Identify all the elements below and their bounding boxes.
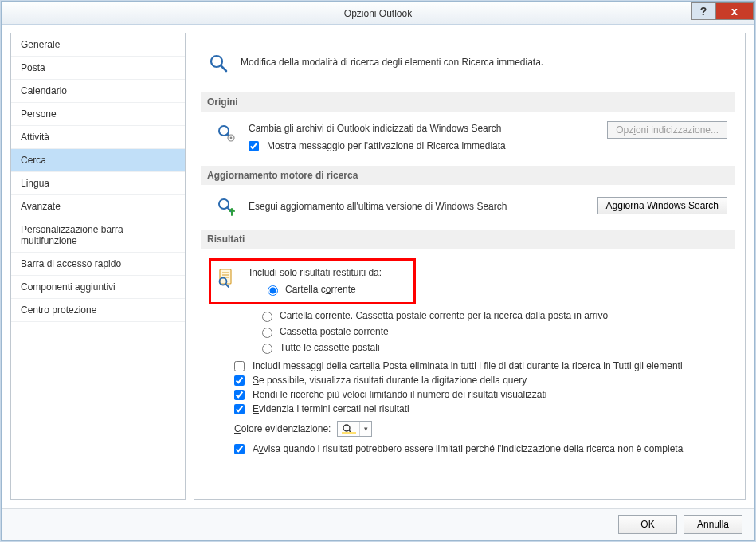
radio-current-folder[interactable]: Cartella corrente [264, 281, 407, 297]
sidebar-item-componenti-aggiuntivi[interactable]: Componenti aggiuntivi [11, 276, 185, 299]
svg-point-5 [230, 137, 233, 139]
svg-rect-16 [342, 432, 356, 434]
intro-row: Modifica della modalità di ricerca degli… [201, 40, 735, 88]
sidebar-item-generale[interactable]: Generale [11, 33, 185, 57]
chevron-down-icon: ▾ [360, 422, 371, 436]
sidebar-item-attività[interactable]: Attività [11, 126, 185, 149]
search-update-icon [215, 194, 237, 217]
sidebar: GeneralePostaCalendarioPersoneAttivitàCe… [10, 33, 186, 500]
sidebar-item-cerca[interactable]: Cerca [11, 149, 185, 172]
sidebar-item-avanzate[interactable]: Avanzate [11, 195, 185, 218]
indexing-options-button[interactable]: Opzioni indicizzazione... [607, 121, 727, 139]
svg-rect-8 [220, 269, 231, 284]
svg-point-14 [343, 425, 350, 431]
sidebar-item-persone[interactable]: Persone [11, 103, 185, 126]
highlight-color-swatch-icon [338, 422, 360, 436]
intro-text: Modifica della modalità di ricerca degli… [241, 57, 543, 68]
sidebar-item-calendario[interactable]: Calendario [11, 80, 185, 103]
radio-all-mailboxes[interactable]: Tutte le cassette postali [258, 340, 727, 355]
cancel-button[interactable]: Annulla [684, 515, 742, 534]
section-risultati: Includi solo risultati restituiti da: Ca… [201, 255, 735, 464]
sidebar-item-personalizzazione-barra-multifunzione[interactable]: Personalizzazione barra multifunzione [11, 218, 185, 253]
close-button[interactable]: x [715, 2, 754, 20]
results-check-2[interactable]: Rendi le ricerche più veloci limitando i… [234, 387, 727, 402]
search-icon [207, 51, 229, 73]
radio-current-folder-inbox[interactable]: Cartella corrente. Cassetta postale corr… [258, 308, 727, 324]
radio-current-mailbox[interactable]: Cassetta postale corrente [258, 324, 727, 340]
help-button[interactable]: ? [691, 2, 715, 20]
dialog-footer: OK Annulla [2, 508, 754, 540]
section-header-origini: Origini [201, 92, 735, 112]
section-header-risultati: Risultati [201, 230, 735, 249]
agg-line: Esegui aggiornamento all'ultima versione… [249, 201, 507, 212]
update-windows-search-button[interactable]: Aggiorna Windows Search [597, 197, 727, 214]
sidebar-item-barra-di-accesso-rapido[interactable]: Barra di accesso rapido [11, 253, 185, 276]
search-results-icon [216, 265, 238, 288]
show-activation-message-checkbox[interactable]: Mostra messaggio per l'attivazione di Ri… [249, 139, 596, 153]
highlight-color-dropdown[interactable]: ▾ [337, 421, 372, 437]
titlebar: Opzioni Outlook ? x [2, 2, 754, 25]
section-agg: Esegui aggiornamento all'ultima versione… [201, 191, 735, 225]
svg-line-1 [221, 65, 226, 71]
content-pane: Modifica della modalità di ricerca degli… [194, 33, 746, 500]
section-header-agg: Aggiornamento motore di ricerca [201, 166, 735, 185]
svg-line-13 [225, 284, 229, 287]
origini-line: Cambia gli archivi di Outlook indicizzat… [249, 123, 596, 139]
results-check-1[interactable]: Se possibile, visualizza risultati duran… [234, 373, 727, 387]
results-check-0[interactable]: Includi messaggi della cartella Posta el… [234, 359, 727, 373]
section-origini: Cambia gli archivi di Outlook indicizzat… [201, 118, 735, 161]
outlook-options-dialog: Opzioni Outlook ? x GeneralePostaCalenda… [2, 2, 754, 540]
include-results-label: Includi solo risultati restituiti da: [249, 267, 407, 281]
show-activation-message-input[interactable] [249, 141, 259, 151]
sidebar-item-lingua[interactable]: Lingua [11, 172, 185, 195]
sidebar-item-centro-protezione[interactable]: Centro protezione [11, 299, 185, 322]
highlight-color-label: Colore evidenziazione: [234, 423, 331, 434]
dialog-body: GeneralePostaCalendarioPersoneAttivitàCe… [2, 25, 754, 508]
sidebar-item-posta[interactable]: Posta [11, 57, 185, 80]
callout-highlight: Includi solo risultati restituiti da: Ca… [209, 258, 416, 304]
results-check-3[interactable]: Evidenzia i termini cercati nei risultat… [234, 402, 727, 416]
highlight-color-row: Colore evidenziazione: ▾ [209, 416, 727, 442]
search-gear-icon [215, 121, 237, 143]
titlebar-buttons: ? x [691, 2, 754, 20]
ok-button[interactable]: OK [618, 515, 677, 534]
warn-incomplete-index-checkbox[interactable]: Avvisa quando i risultati potrebbero ess… [234, 442, 727, 456]
window-title: Opzioni Outlook [344, 8, 412, 19]
